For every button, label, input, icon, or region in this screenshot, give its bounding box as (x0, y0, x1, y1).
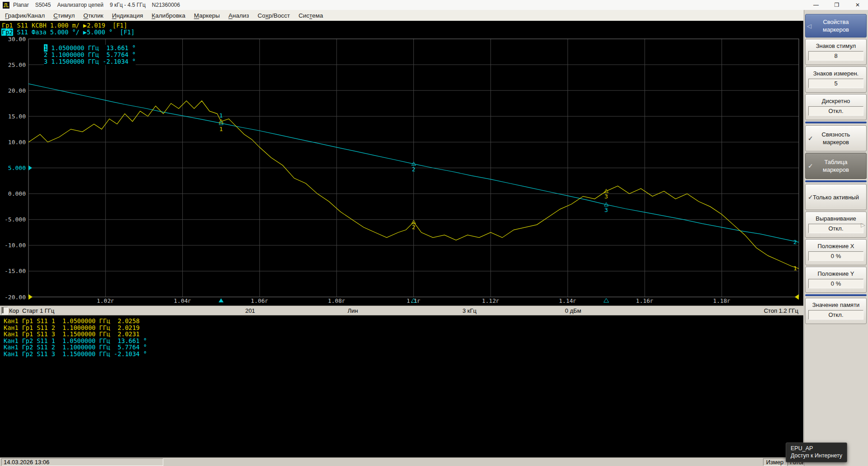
axis-marker-3-indicator[interactable] (604, 298, 609, 302)
y-axis-tick-label: -5.000 (5, 216, 26, 223)
measure-status: Измер (763, 458, 787, 466)
softkey-value[interactable]: Откл. (808, 310, 863, 320)
menu-item-система[interactable]: Система (295, 11, 327, 20)
menu-item-график-канал[interactable]: График/Канал (1, 11, 48, 20)
plot-marker-row-3: 3 1.1500000 ГГц -2.1034 ° (44, 58, 136, 65)
softkey-знаков-стимул[interactable]: Знаков стимул8 (805, 39, 867, 65)
menu-item-стимул[interactable]: Стимул (50, 11, 78, 20)
softkey-value[interactable]: 5 (808, 79, 863, 88)
minimize-button[interactable]: — (806, 0, 826, 10)
marker-1-label: 1 (219, 112, 223, 119)
y-axis-tick-label: -10.00 (5, 242, 26, 249)
softkey-только-активный[interactable]: ✓Только активный (805, 184, 867, 210)
axis-marker-1-indicator[interactable] (218, 298, 223, 302)
notification-title: EPU_AP (791, 445, 842, 452)
datetime-display: 14.03.2026 13:06 (1, 458, 163, 466)
softkey-value[interactable]: 8 (808, 51, 863, 61)
softkey-label: Положение X (806, 240, 866, 250)
softkey-label: Знаков стимул (806, 39, 866, 50)
app-icon (3, 2, 9, 9)
softkey-label: Только активный (806, 184, 866, 210)
status-bar: 14.03.2026 13:06 Измер Готов (0, 457, 803, 466)
title-instrument-name: Анализатор цепей (57, 2, 103, 8)
restore-button[interactable]: ❐ (826, 0, 847, 10)
title-frequency-range: 9 кГц - 4.5 ГГц (110, 2, 146, 8)
checkmark-icon: ✓ (808, 193, 813, 201)
softkey-label: Связностьмаркеров (806, 126, 866, 151)
stop-frequency[interactable]: Стоп 1.2 ГГц (764, 307, 798, 314)
checkmark-icon: ✓ (808, 135, 813, 142)
vna-application-window: { "window": { "app": "Planar", "model": … (0, 0, 868, 466)
output-power[interactable]: 0 дБм (565, 307, 581, 314)
sidebar-separator (805, 122, 867, 123)
marker-list-panel: Кан1 Гр1 S11 1 1.0500000 ГГц 2.0258Кан1 … (0, 315, 803, 458)
softkey-выравнивание[interactable]: ВыравниваниеОткл.▷ (805, 212, 867, 238)
title-bar: Planar S5045 Анализатор цепей 9 кГц - 4.… (0, 0, 868, 10)
softkey-value[interactable]: 0 % (808, 251, 863, 261)
x-axis-tick-label: 1.12г (482, 297, 499, 304)
softkey-label: Выравнивание (806, 212, 866, 222)
plot-marker-row-1: 1 1.0500000 ГГц 13.661 ° (44, 45, 136, 52)
softkey-label: Знаков измерен. (806, 67, 866, 77)
vswr-ref-arrow-right-icon (795, 294, 799, 300)
x-axis-tick-label: 1.02г (97, 297, 114, 304)
vswr-trace-number: 1 (793, 265, 797, 272)
checkmark-icon: ✓ (808, 162, 813, 169)
y-axis-tick-label: 20.00 (8, 87, 26, 94)
softkey-связность-маркеров[interactable]: ✓Связностьмаркеров (805, 125, 867, 151)
stimulus-status-bar: Кор Старт 1 ГГц 201 Лин 3 кГц 0 дБм Стоп… (0, 306, 803, 315)
back-chevron-icon: ◁ (807, 23, 811, 29)
softkey-sidebar: ◁СвойствамаркеровЗнаков стимул8Знаков из… (803, 10, 868, 466)
marker-list-row: Кан1 Гр2 S11 2 1.1000000 ГГц 5.7764 ° (4, 344, 803, 351)
softkey-значение-памяти[interactable]: Значение памятиОткл. (805, 298, 867, 324)
y-axis-tick-label: 15.00 (8, 113, 26, 120)
softkey-label: Таблицамаркеров (806, 153, 866, 179)
softkey-таблица-маркеров[interactable]: ✓Таблицамаркеров (805, 153, 867, 179)
plot-marker-table: 1 1.0500000 ГГц 13.661 °2 1.1000000 ГГц … (44, 45, 136, 65)
menu-item-сохр-восст[interactable]: Сохр/Восст (254, 11, 294, 20)
points-count[interactable]: 201 (245, 307, 255, 314)
menu-item-калибровка[interactable]: Калибровка (148, 11, 189, 20)
softkey-знаков-измерен-[interactable]: Знаков измерен.5 (805, 66, 867, 93)
phase-ref-arrow-icon (28, 165, 32, 170)
sidebar-separator (805, 294, 867, 296)
softkey-label: Свойствамаркеров (806, 14, 866, 37)
phase-trace-number: 2 (793, 239, 797, 245)
if-bandwidth[interactable]: 3 кГц (462, 307, 476, 314)
marker-number: 2 (44, 51, 47, 58)
softkey-value[interactable]: Откл. (808, 224, 863, 233)
marker-readout: 1.0500000 ГГц 13.661 ° (47, 44, 136, 52)
menu-item-маркеры[interactable]: Маркеры (190, 11, 223, 20)
softkey-положение-y[interactable]: Положение Y0 % (805, 267, 867, 293)
network-notification-tooltip: EPU_AP Доступ к Интернету (786, 442, 847, 462)
menu-item-индикация[interactable]: Индикация (108, 11, 147, 20)
y-axis-tick-label: -15.00 (5, 268, 26, 274)
y-axis-tick-label: 10.00 (8, 139, 26, 146)
marker-list-row: Кан1 Гр2 S11 1 1.0500000 ГГц 13.661 ° (4, 338, 803, 344)
menu-item-анализ[interactable]: Анализ (225, 11, 253, 20)
softkey-value[interactable]: 0 % (808, 279, 863, 288)
plot-marker-row-2: 2 1.1000000 ГГц 5.7764 ° (44, 52, 136, 58)
y-axis-tick-label: 5.000 (8, 165, 26, 171)
softkey-value[interactable]: Откл. (808, 106, 863, 116)
y-axis-tick-label: 30.00 (8, 36, 26, 42)
sweep-type[interactable]: Лин (348, 307, 358, 314)
marker-1-label: 1 (219, 126, 223, 132)
sidebar-separator (805, 180, 867, 182)
y-axis-tick-label: -20.00 (5, 294, 26, 301)
softkey-положение-x[interactable]: Положение X0 % (805, 239, 867, 265)
marker-list-row: Кан1 Гр2 S11 3 1.1500000 ГГц -2.1034 ° (4, 351, 803, 358)
y-axis-tick-label: 0.000 (8, 190, 26, 197)
softkey-дискретно[interactable]: ДискретноОткл. (805, 94, 867, 120)
x-axis-tick-label: 1.14г (559, 297, 577, 304)
close-button[interactable]: ✕ (847, 0, 868, 10)
sweep-indicator (1, 307, 8, 315)
menu-item-отклик[interactable]: Отклик (80, 11, 107, 20)
softkey-label: Значение памяти (806, 298, 866, 309)
notification-text: Доступ к Интернету (791, 452, 842, 459)
softkey-label: Положение Y (806, 267, 866, 278)
start-frequency[interactable]: Старт 1 ГГц (22, 307, 54, 314)
softkey-свойства-маркеров[interactable]: ◁Свойствамаркеров (805, 14, 867, 38)
marker-3-label: 3 (604, 193, 608, 200)
softkey-label: Дискретно (806, 94, 866, 105)
